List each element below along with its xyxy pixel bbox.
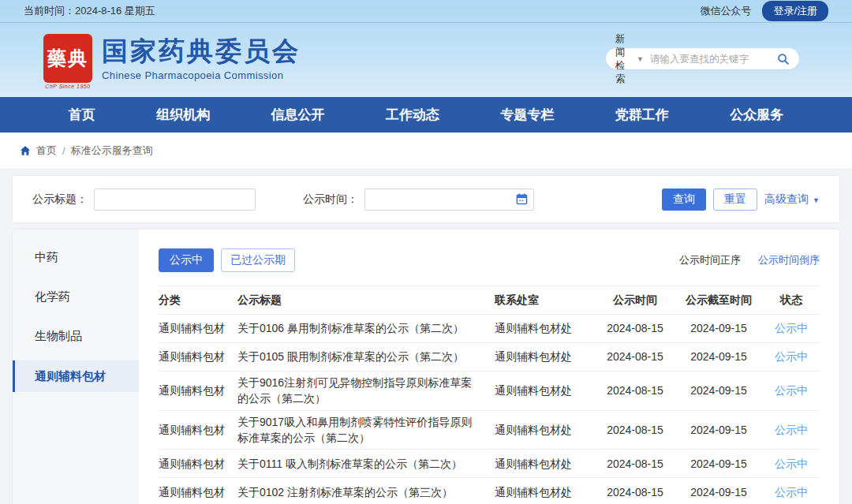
- row-deadline: 2024-09-15: [674, 484, 763, 500]
- nav-item-home[interactable]: 首页: [69, 106, 95, 124]
- row-title[interactable]: 关于0111 吸入制剂标准草案的公示（第二次）: [237, 456, 495, 472]
- status-badge[interactable]: 公示中: [763, 484, 820, 500]
- search-icon[interactable]: [777, 53, 790, 65]
- status-badge[interactable]: 公示中: [763, 456, 820, 472]
- table-header-row: 分类 公示标题 联系处室 公示时间 公示截至时间 状态: [159, 286, 820, 315]
- row-title[interactable]: 关于9016注射剂可见异物控制指导原则标准草案的公示（第二次）: [237, 375, 495, 407]
- chevron-down-icon[interactable]: ▼: [637, 55, 644, 63]
- table-row[interactable]: 通则辅料包材 关于0111 吸入制剂标准草案的公示（第二次） 通则辅料包材处 2…: [159, 450, 820, 478]
- query-button[interactable]: 查询: [662, 189, 706, 211]
- sidebar-item-general-excipients-packaging[interactable]: 通则辅料包材: [13, 360, 139, 392]
- current-time: 当前时间：2024-8-16 星期五: [24, 4, 155, 18]
- brand: 藥典 ChP Since 1950 国家药典委员会 Chinese Pharma…: [43, 34, 301, 89]
- table-row[interactable]: 通则辅料包材 关于0106 鼻用制剂标准草案的公示（第二次） 通则辅料包材处 2…: [159, 315, 820, 343]
- row-publish-date: 2024-08-15: [596, 383, 674, 398]
- sort-time-descending[interactable]: 公示时间倒序: [758, 253, 820, 267]
- search-filter-panel: 公示标题： 公示时间： 查询 重置 高级查询 ▼: [12, 175, 840, 223]
- row-publish-date: 2024-08-15: [596, 349, 674, 364]
- row-title[interactable]: 关于0106 鼻用制剂标准草案的公示（第二次）: [237, 320, 495, 336]
- row-publish-date: 2024-08-15: [596, 484, 674, 500]
- tab-publicity-expired[interactable]: 已过公示期: [221, 248, 295, 272]
- site-subtitle: Chinese Pharmacopoeia Commission: [102, 69, 301, 81]
- row-office: 通则辅料包材处: [495, 320, 596, 336]
- status-badge[interactable]: 公示中: [763, 422, 820, 438]
- row-publish-date: 2024-08-15: [596, 456, 674, 472]
- row-category: 通则辅料包材: [159, 349, 237, 364]
- table-row[interactable]: 通则辅料包材 关于0105 眼用制剂标准草案的公示（第二次） 通则辅料包材处 2…: [159, 343, 820, 371]
- page: 当前时间：2024-8-16 星期五 微信公众号 登录/注册 藥典 ChP Si…: [0, 0, 852, 504]
- row-title[interactable]: 关于0105 眼用制剂标准草案的公示（第二次）: [237, 349, 495, 364]
- nav-item-organization[interactable]: 组织机构: [156, 106, 210, 124]
- row-title[interactable]: 关于0102 注射剂标准草案的公示（第三次）: [237, 484, 495, 500]
- advanced-search-button[interactable]: 高级查询 ▼: [764, 192, 820, 207]
- results-toolbar: 公示中 已过公示期 公示时间正序 公示时间倒序: [159, 248, 820, 272]
- title-filter-label: 公示标题：: [32, 192, 88, 207]
- news-search-box[interactable]: 新闻检索 ▼: [606, 48, 799, 69]
- row-category: 通则辅料包材: [159, 422, 237, 438]
- row-office: 通则辅料包材处: [495, 383, 596, 398]
- calendar-icon[interactable]: [516, 193, 528, 205]
- status-badge[interactable]: 公示中: [763, 349, 820, 364]
- nav-item-party-work[interactable]: 党群工作: [615, 106, 669, 124]
- results-area: 公示中 已过公示期 公示时间正序 公示时间倒序 分类 公示标题 联系处室 公示时…: [139, 230, 839, 504]
- row-office: 通则辅料包材处: [495, 456, 596, 472]
- nav-item-public-services[interactable]: 公众服务: [730, 106, 783, 124]
- row-title[interactable]: 关于9017吸入和鼻用制剂喷雾特性评价指导原则标准草案的公示（第二次）: [237, 414, 495, 446]
- row-category: 通则辅料包材: [159, 456, 237, 472]
- search-category-select[interactable]: 新闻检索: [615, 32, 633, 86]
- sidebar-item-biological-products[interactable]: 生物制品: [13, 316, 139, 356]
- status-badge[interactable]: 公示中: [763, 383, 820, 398]
- publicity-table: 分类 公示标题 联系处室 公示时间 公示截至时间 状态 通则辅料包材 关于010…: [159, 286, 820, 504]
- table-row[interactable]: 通则辅料包材 关于9017吸入和鼻用制剂喷雾特性评价指导原则标准草案的公示（第二…: [159, 411, 820, 450]
- header-publish-date: 公示时间: [596, 292, 674, 308]
- site-title: 国家药典委员会: [102, 36, 301, 66]
- login-register-button[interactable]: 登录/注册: [762, 1, 828, 21]
- tab-in-publicity[interactable]: 公示中: [159, 248, 214, 272]
- sort-time-ascending[interactable]: 公示时间正序: [679, 253, 741, 267]
- reset-button[interactable]: 重置: [713, 189, 757, 211]
- row-deadline: 2024-09-15: [674, 422, 763, 438]
- header-title: 公示标题: [237, 292, 495, 308]
- row-publish-date: 2024-08-15: [596, 422, 674, 438]
- title-filter-input[interactable]: [94, 189, 256, 211]
- pharmacopoeia-seal-logo: 藥典: [43, 34, 92, 83]
- main-nav: 首页 组织机构 信息公开 工作动态 专题专栏 党群工作 公众服务: [0, 97, 852, 133]
- row-office: 通则辅料包材处: [495, 422, 596, 438]
- search-input[interactable]: [650, 54, 777, 65]
- header-office: 联系处室: [495, 292, 596, 308]
- header-banner: 当前时间：2024-8-16 星期五 微信公众号 登录/注册 藥典 ChP Si…: [0, 0, 852, 97]
- advanced-search-label: 高级查询: [764, 192, 809, 207]
- header-status: 状态: [763, 292, 820, 308]
- sidebar-item-chemical-drugs[interactable]: 化学药: [13, 277, 139, 316]
- row-category: 通则辅料包材: [159, 383, 237, 398]
- time-filter-input[interactable]: [364, 189, 534, 211]
- nav-item-work-news[interactable]: 工作动态: [386, 106, 439, 124]
- row-deadline: 2024-09-15: [674, 456, 763, 472]
- status-badge[interactable]: 公示中: [763, 320, 820, 336]
- nav-item-info-disclosure[interactable]: 信息公开: [271, 106, 325, 124]
- nav-item-special-topics[interactable]: 专题专栏: [500, 106, 554, 124]
- sidebar-item-tcm[interactable]: 中药: [13, 237, 139, 277]
- home-icon[interactable]: [20, 145, 31, 156]
- row-deadline: 2024-09-15: [674, 383, 763, 398]
- row-publish-date: 2024-08-15: [596, 320, 674, 336]
- row-category: 通则辅料包材: [159, 484, 237, 500]
- header-deadline: 公示截至时间: [674, 292, 763, 308]
- table-row[interactable]: 通则辅料包材 关于0102 注射剂标准草案的公示（第三次） 通则辅料包材处 20…: [159, 478, 820, 504]
- breadcrumb-home[interactable]: 首页: [36, 144, 57, 158]
- header-category: 分类: [159, 292, 237, 308]
- table-row[interactable]: 通则辅料包材 关于9016注射剂可见异物控制指导原则标准草案的公示（第二次） 通…: [159, 371, 820, 411]
- row-office: 通则辅料包材处: [495, 484, 596, 500]
- seal-caption: ChP Since 1950: [43, 84, 92, 89]
- time-filter-label: 公示时间：: [303, 192, 358, 207]
- category-sidebar: 中药 化学药 生物制品 通则辅料包材: [13, 230, 139, 504]
- row-deadline: 2024-09-15: [674, 320, 763, 336]
- breadcrumb-current: 标准公示服务查询: [71, 144, 153, 158]
- wechat-link[interactable]: 微信公众号: [700, 4, 751, 18]
- row-category: 通则辅料包材: [159, 320, 237, 336]
- content-panel: 中药 化学药 生物制品 通则辅料包材 公示中 已过公示期 公示时间正序 公示时间…: [12, 229, 840, 504]
- breadcrumb-separator: /: [62, 145, 65, 157]
- topbar: 当前时间：2024-8-16 星期五 微信公众号 登录/注册: [0, 0, 852, 23]
- chevron-down-icon: ▼: [813, 196, 820, 204]
- row-office: 通则辅料包材处: [495, 349, 596, 364]
